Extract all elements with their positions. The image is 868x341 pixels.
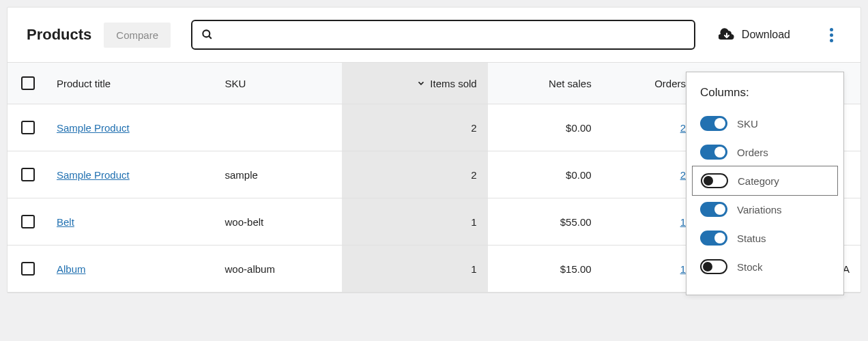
cell-sku: woo-album bbox=[214, 246, 342, 293]
columns-popover-title: Columns: bbox=[686, 86, 843, 109]
svg-line-1 bbox=[209, 36, 212, 39]
cell-net-sales: $0.00 bbox=[488, 151, 603, 198]
toggle-label: SKU bbox=[737, 118, 758, 130]
compare-button[interactable]: Compare bbox=[104, 23, 171, 48]
col-header-items-sold[interactable]: Items sold bbox=[342, 63, 488, 104]
svg-point-0 bbox=[203, 30, 209, 37]
cell-sku bbox=[214, 104, 342, 151]
col-header-sku[interactable]: SKU bbox=[214, 63, 342, 104]
toggle-switch[interactable] bbox=[701, 173, 728, 188]
col-header-product-title[interactable]: Product title bbox=[46, 63, 214, 104]
col-header-orders[interactable]: Orders bbox=[603, 63, 697, 104]
toggle-label: Status bbox=[737, 233, 766, 244]
toggle-label: Orders bbox=[737, 147, 768, 158]
cell-items-sold: 2 bbox=[342, 104, 488, 151]
column-toggle-row[interactable]: Status bbox=[686, 224, 843, 252]
product-title-link[interactable]: Album bbox=[57, 263, 86, 275]
orders-link[interactable]: 2 bbox=[680, 122, 686, 134]
kebab-menu-button[interactable] bbox=[822, 23, 841, 48]
cell-net-sales: $0.00 bbox=[488, 104, 603, 151]
toggle-switch[interactable] bbox=[700, 231, 727, 246]
col-header-select-all[interactable] bbox=[8, 63, 46, 104]
chevron-down-icon bbox=[416, 78, 426, 88]
toggle-label: Variations bbox=[737, 204, 782, 216]
toggle-switch[interactable] bbox=[700, 259, 727, 274]
download-label: Download bbox=[742, 29, 790, 41]
search-input[interactable] bbox=[221, 29, 686, 41]
column-toggle-row[interactable]: Orders bbox=[686, 138, 843, 166]
product-title-link[interactable]: Sample Product bbox=[57, 169, 130, 181]
orders-link[interactable]: 1 bbox=[680, 216, 686, 228]
row-checkbox[interactable] bbox=[21, 262, 35, 276]
column-toggle-row[interactable]: Category bbox=[692, 166, 838, 196]
column-toggle-row[interactable]: Variations bbox=[686, 195, 843, 224]
product-title-link[interactable]: Belt bbox=[57, 216, 74, 228]
cell-net-sales: $15.00 bbox=[488, 246, 603, 293]
cell-items-sold: 1 bbox=[342, 246, 488, 293]
row-checkbox[interactable] bbox=[21, 168, 35, 181]
toggle-switch[interactable] bbox=[700, 145, 727, 160]
cell-sku: sample bbox=[214, 151, 342, 198]
cell-items-sold: 1 bbox=[342, 198, 488, 246]
search-icon bbox=[201, 28, 214, 42]
toggle-switch[interactable] bbox=[700, 202, 727, 217]
col-header-items-sold-label: Items sold bbox=[430, 78, 476, 89]
search-input-wrapper[interactable] bbox=[191, 20, 695, 50]
row-checkbox[interactable] bbox=[21, 121, 35, 134]
orders-link[interactable]: 2 bbox=[680, 169, 686, 181]
cloud-download-icon bbox=[719, 28, 735, 42]
col-header-net-sales[interactable]: Net sales bbox=[488, 63, 603, 104]
cell-sku: woo-belt bbox=[214, 198, 342, 246]
page-title: Products bbox=[27, 26, 91, 44]
download-button[interactable]: Download bbox=[716, 23, 793, 47]
cell-items-sold: 2 bbox=[342, 151, 488, 198]
toggle-switch[interactable] bbox=[700, 116, 727, 131]
orders-link[interactable]: 1 bbox=[680, 263, 686, 275]
toggle-label: Category bbox=[738, 175, 779, 187]
product-title-link[interactable]: Sample Product bbox=[57, 122, 130, 134]
toggle-label: Stock bbox=[737, 261, 763, 273]
columns-popover: Columns: SKUOrdersCategoryVariationsStat… bbox=[686, 72, 844, 295]
select-all-checkbox[interactable] bbox=[21, 76, 35, 90]
row-checkbox[interactable] bbox=[21, 215, 35, 228]
column-toggle-row[interactable]: Stock bbox=[686, 252, 843, 281]
cell-net-sales: $55.00 bbox=[488, 198, 603, 246]
column-toggle-row[interactable]: SKU bbox=[686, 109, 843, 138]
